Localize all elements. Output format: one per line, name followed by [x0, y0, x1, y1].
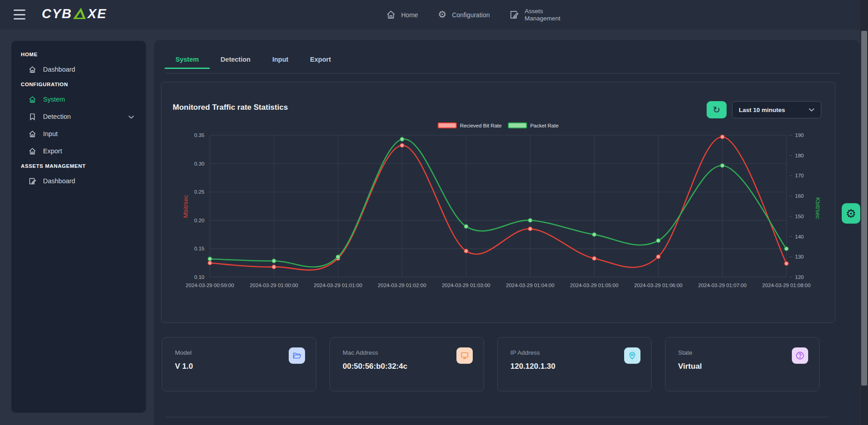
- home-icon: [386, 10, 396, 20]
- info-cards-row: Model V 1.0 Mac Address 00:50:56:b0:32:4…: [162, 337, 820, 391]
- legend-swatch-green: [508, 122, 527, 128]
- svg-text:2024-03-29 01:07:00: 2024-03-29 01:07:00: [698, 283, 747, 288]
- svg-text:160: 160: [795, 193, 804, 199]
- svg-text:2024-03-29 01:03:00: 2024-03-29 01:03:00: [442, 283, 490, 288]
- main-panel: System Detection Input Export 0.350.300.…: [154, 40, 860, 425]
- document-pen-icon: [29, 177, 36, 185]
- svg-text:170: 170: [795, 173, 804, 178]
- top-navbar: CYB XE Home ⚙ Configuration Assets Manag…: [0, 0, 868, 29]
- nav-assets-management[interactable]: Assets Management: [509, 8, 566, 22]
- model-card: Model V 1.0: [162, 337, 316, 391]
- svg-text:0.10: 0.10: [194, 274, 204, 280]
- home-icon: [29, 147, 36, 155]
- content-tabs: System Detection Input Export: [165, 53, 342, 69]
- top-navigation: Home ⚙ Configuration Assets Management: [386, 0, 566, 29]
- nav-configuration[interactable]: ⚙ Configuration: [438, 10, 490, 20]
- svg-text:180: 180: [795, 153, 804, 158]
- nav-assets-label: Assets Management: [524, 8, 566, 22]
- svg-text:190: 190: [795, 132, 804, 138]
- sidebar-section-home: HOME: [11, 48, 146, 61]
- home-icon: [29, 96, 36, 103]
- document-pen-icon: [509, 10, 519, 20]
- traffic-chart-card: 0.350.300.250.200.150.101901801701601501…: [161, 82, 835, 323]
- folder-open-icon: [289, 347, 305, 364]
- sidebar-item-label: Export: [43, 147, 62, 155]
- app-logo: CYB XE: [42, 6, 107, 21]
- svg-text:130: 130: [795, 254, 804, 259]
- help-circle-icon: [792, 347, 808, 364]
- state-card: State Virtual: [665, 337, 820, 391]
- sidebar-section-configuration: CONFIGURATION: [11, 78, 146, 91]
- bookmark-icon: [29, 113, 36, 121]
- map-pin-icon: [624, 347, 640, 364]
- svg-text:2024-03-29 01:01:00: 2024-03-29 01:01:00: [314, 283, 362, 288]
- svg-text:Mbit/sec: Mbit/sec: [182, 195, 189, 218]
- chart-title: Monitored Traffic rate Statistics: [173, 103, 288, 112]
- sidebar-section-assets: ASSETS MANAGEMENT: [11, 160, 146, 172]
- sidebar-item-label: Detection: [43, 113, 71, 120]
- svg-text:2024-03-29 01:05:00: 2024-03-29 01:05:00: [570, 283, 619, 288]
- home-icon: [29, 130, 36, 138]
- logo-text-post: XE: [87, 6, 107, 21]
- sidebar-item-assets-dashboard[interactable]: Dashboard: [11, 172, 146, 190]
- monitor-icon: [456, 347, 473, 364]
- sidebar-item-input[interactable]: Input: [11, 125, 146, 142]
- tab-system[interactable]: System: [165, 53, 210, 69]
- svg-text:2024-03-29 01:00:00: 2024-03-29 01:00:00: [250, 283, 298, 288]
- gear-icon: ⚙: [438, 10, 446, 20]
- legend-received-bit-rate[interactable]: Recieved Bit Rate: [438, 122, 502, 128]
- time-range-value: Last 10 minutes: [739, 107, 809, 113]
- svg-text:2024-03-29 01:06:00: 2024-03-29 01:06:00: [634, 283, 683, 288]
- tabs-divider: [166, 73, 840, 73]
- logo-triangle-icon: [73, 8, 87, 19]
- svg-text:0.35: 0.35: [194, 132, 204, 138]
- sidebar-item-system[interactable]: System: [11, 91, 146, 108]
- logo-text-pre: CYB: [42, 6, 72, 21]
- chevron-down-icon[interactable]: [128, 113, 134, 120]
- legend-packet-rate[interactable]: Packet Rate: [508, 122, 559, 128]
- refresh-button[interactable]: ↻: [707, 101, 727, 118]
- nav-home[interactable]: Home: [386, 10, 418, 20]
- settings-fab-gear-icon[interactable]: ⚙: [842, 203, 860, 224]
- chart-legend: Recieved Bit Rate Packet Rate: [438, 122, 559, 128]
- tab-detection[interactable]: Detection: [210, 53, 262, 69]
- legend-swatch-red: [438, 122, 457, 128]
- menu-icon[interactable]: [14, 10, 26, 20]
- svg-text:Kbit/sec: Kbit/sec: [815, 197, 821, 219]
- ip-address-card: IP Address 120.120.1.30: [497, 337, 652, 391]
- svg-text:2024-03-29 01:02:00: 2024-03-29 01:02:00: [378, 283, 427, 288]
- legend-label: Packet Rate: [530, 123, 559, 128]
- svg-text:0.25: 0.25: [194, 189, 204, 195]
- sidebar-item-dashboard[interactable]: Dashboard: [11, 61, 146, 78]
- sidebar-item-label: Dashboard: [43, 66, 75, 73]
- page-scrollbar[interactable]: [860, 0, 868, 425]
- nav-configuration-label: Configuration: [452, 11, 490, 19]
- svg-text:0.15: 0.15: [194, 246, 204, 251]
- nav-home-label: Home: [401, 11, 418, 19]
- time-range-select[interactable]: Last 10 minutes: [732, 101, 821, 118]
- svg-text:0.20: 0.20: [194, 218, 204, 223]
- svg-text:2024-03-29 01:04:00: 2024-03-29 01:04:00: [506, 283, 554, 288]
- mac-address-card: Mac Address 00:50:56:b0:32:4c: [330, 337, 484, 391]
- svg-text:2024-03-29 00:59:00: 2024-03-29 00:59:00: [186, 283, 234, 288]
- home-icon: [29, 66, 36, 73]
- svg-text:140: 140: [795, 234, 804, 239]
- svg-text:150: 150: [795, 214, 804, 219]
- sidebar: HOME Dashboard CONFIGURATION System Dete…: [11, 41, 146, 413]
- sidebar-item-label: Input: [43, 130, 58, 137]
- scrollbar-thumb[interactable]: [861, 31, 867, 386]
- legend-label: Recieved Bit Rate: [460, 123, 502, 128]
- chevron-down-icon: [809, 108, 815, 112]
- section-divider: [166, 417, 828, 417]
- tab-export[interactable]: Export: [299, 53, 342, 69]
- svg-text:0.30: 0.30: [194, 161, 204, 166]
- svg-text:120: 120: [795, 274, 804, 280]
- svg-text:2024-03-29 01:08:00: 2024-03-29 01:08:00: [762, 283, 811, 288]
- sidebar-item-detection[interactable]: Detection: [11, 108, 146, 125]
- tab-input[interactable]: Input: [262, 53, 299, 69]
- sidebar-item-label: System: [43, 96, 65, 103]
- sidebar-item-export[interactable]: Export: [11, 142, 146, 160]
- sidebar-item-label: Dashboard: [43, 177, 75, 185]
